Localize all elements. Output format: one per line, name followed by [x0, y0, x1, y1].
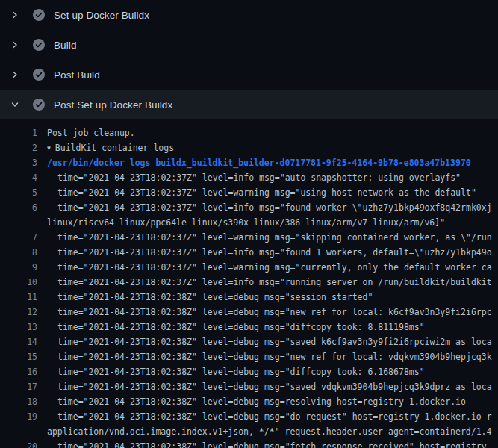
- log-line-number[interactable]: 7: [0, 230, 37, 245]
- log-line: 18 time="2021-04-23T18:02:38Z" level=deb…: [0, 394, 498, 409]
- log-line-text: time="2021-04-23T18:02:38Z" level=debug …: [37, 335, 498, 349]
- step-name: Post Set up Docker Buildx: [54, 99, 172, 111]
- step-name: Set up Docker Buildx: [54, 10, 149, 21]
- log-line-number[interactable]: 14: [0, 335, 37, 349]
- log-line-text: application/vnd.oci.image.index.v1+json,…: [37, 424, 498, 439]
- log-line-number[interactable]: [0, 215, 37, 230]
- log-line-text: time="2021-04-23T18:02:37Z" level=warnin…: [37, 230, 498, 245]
- log-line: 8 time="2021-04-23T18:02:37Z" level=info…: [0, 245, 498, 260]
- log-line-text: time="2021-04-23T18:02:37Z" level=warnin…: [37, 260, 498, 275]
- log-line-text: time="2021-04-23T18:02:37Z" level=info m…: [37, 245, 498, 260]
- log-line-number[interactable]: 9: [0, 260, 37, 275]
- log-line: linux/riscv64 linux/ppc64le linux/s390x …: [0, 215, 498, 230]
- log-line-text: time="2021-04-23T18:02:37Z" level=info m…: [37, 170, 498, 185]
- log-line-number[interactable]: 1: [0, 125, 37, 140]
- log-line-text: time="2021-04-23T18:02:37Z" level=warnin…: [37, 185, 498, 200]
- log-line-number[interactable]: 13: [0, 320, 37, 335]
- log-line-number[interactable]: 3: [0, 155, 37, 170]
- chevron-right-icon: [9, 39, 21, 51]
- log-line-text: time="2021-04-23T18:02:38Z" level=debug …: [37, 320, 498, 335]
- chevron-right-icon: [9, 9, 21, 21]
- log-line: 5 time="2021-04-23T18:02:37Z" level=warn…: [0, 185, 498, 200]
- log-line-text: time="2021-04-23T18:02:38Z" level=debug …: [37, 364, 498, 379]
- step-header[interactable]: Post Set up Docker Buildx: [0, 90, 498, 119]
- check-circle-icon: [33, 69, 45, 81]
- log-line-text: time="2021-04-23T18:02:38Z" level=debug …: [37, 290, 498, 305]
- log-line: 19 time="2021-04-23T18:02:38Z" level=deb…: [0, 409, 498, 424]
- log-line-number[interactable]: 6: [0, 200, 37, 215]
- log-line-number[interactable]: 4: [0, 170, 37, 185]
- log-line: 10 time="2021-04-23T18:02:37Z" level=inf…: [0, 275, 498, 290]
- log-line: 9 time="2021-04-23T18:02:37Z" level=warn…: [0, 260, 498, 275]
- workflow-log-panel: Set up Docker Buildx Build Post Build Po…: [0, 0, 498, 448]
- log-line-number[interactable]: 16: [0, 364, 37, 379]
- log-line-text: ▼BuildKit container logs: [37, 140, 498, 155]
- log-line: 3 /usr/bin/docker logs buildx_buildkit_b…: [0, 155, 498, 170]
- check-circle-icon: [33, 39, 45, 51]
- log-line-number[interactable]: 18: [0, 394, 37, 409]
- step-name: Build: [54, 40, 77, 51]
- log-line-number[interactable]: 8: [0, 245, 37, 260]
- check-circle-icon: [33, 9, 45, 21]
- log-line-text: /usr/bin/docker logs buildx_buildkit_bui…: [37, 155, 498, 170]
- log-line-number[interactable]: 5: [0, 185, 37, 200]
- step-header[interactable]: Build: [0, 30, 498, 60]
- log-line-text: linux/riscv64 linux/ppc64le linux/s390x …: [37, 215, 498, 230]
- log-line: 11 time="2021-04-23T18:02:38Z" level=deb…: [0, 290, 498, 305]
- log-line: 6 time="2021-04-23T18:02:37Z" level=info…: [0, 200, 498, 215]
- log-line-number[interactable]: 11: [0, 290, 37, 305]
- log-line: 12 time="2021-04-23T18:02:38Z" level=deb…: [0, 305, 498, 320]
- log-line-text: time="2021-04-23T18:02:38Z" level=debug …: [37, 409, 498, 424]
- log-line-text: time="2021-04-23T18:02:38Z" level=debug …: [37, 439, 498, 448]
- log-line: 2 ▼BuildKit container logs: [0, 140, 498, 155]
- log-viewer: 1 Post job cleanup. 2 ▼BuildKit containe…: [0, 119, 498, 448]
- log-line: 14 time="2021-04-23T18:02:38Z" level=deb…: [0, 335, 498, 349]
- chevron-right-icon: [9, 69, 21, 81]
- log-line-number[interactable]: [0, 424, 37, 439]
- check-circle-icon: [33, 99, 45, 111]
- log-line-number[interactable]: 2: [0, 140, 37, 155]
- chevron-down-icon: [9, 99, 21, 111]
- group-title[interactable]: BuildKit container logs: [55, 143, 174, 153]
- step-header[interactable]: Post Build: [0, 60, 498, 90]
- log-line: 17 time="2021-04-23T18:02:38Z" level=deb…: [0, 379, 498, 394]
- step-list: Set up Docker Buildx Build Post Build Po…: [0, 0, 498, 119]
- log-line-text: time="2021-04-23T18:02:37Z" level=info m…: [37, 275, 498, 290]
- log-line: 16 time="2021-04-23T18:02:38Z" level=deb…: [0, 364, 498, 379]
- log-line: 4 time="2021-04-23T18:02:37Z" level=info…: [0, 170, 498, 185]
- group-toggle-icon[interactable]: ▼: [47, 141, 51, 155]
- log-line: 7 time="2021-04-23T18:02:37Z" level=warn…: [0, 230, 498, 245]
- log-line-number[interactable]: 10: [0, 275, 37, 290]
- log-line-text: Post job cleanup.: [37, 125, 498, 140]
- log-line-number[interactable]: 17: [0, 379, 37, 394]
- log-line: 1 Post job cleanup.: [0, 125, 498, 140]
- log-line: 15 time="2021-04-23T18:02:38Z" level=deb…: [0, 349, 498, 364]
- log-line-text: time="2021-04-23T18:02:37Z" level=info m…: [37, 200, 498, 215]
- log-line-text: time="2021-04-23T18:02:38Z" level=debug …: [37, 349, 498, 364]
- log-line: 13 time="2021-04-23T18:02:38Z" level=deb…: [0, 320, 498, 335]
- log-line-number[interactable]: 19: [0, 409, 37, 424]
- log-line-text: time="2021-04-23T18:02:38Z" level=debug …: [37, 305, 498, 320]
- step-header[interactable]: Set up Docker Buildx: [0, 0, 498, 30]
- step-name: Post Build: [54, 69, 100, 81]
- log-line-number[interactable]: 15: [0, 349, 37, 364]
- log-line-text: time="2021-04-23T18:02:38Z" level=debug …: [37, 379, 498, 394]
- log-line: 20 time="2021-04-23T18:02:38Z" level=deb…: [0, 439, 498, 448]
- log-line-number[interactable]: 20: [0, 439, 37, 448]
- log-line-number[interactable]: 12: [0, 305, 37, 320]
- log-line-text: time="2021-04-23T18:02:38Z" level=debug …: [37, 394, 498, 409]
- log-line: application/vnd.oci.image.index.v1+json,…: [0, 424, 498, 439]
